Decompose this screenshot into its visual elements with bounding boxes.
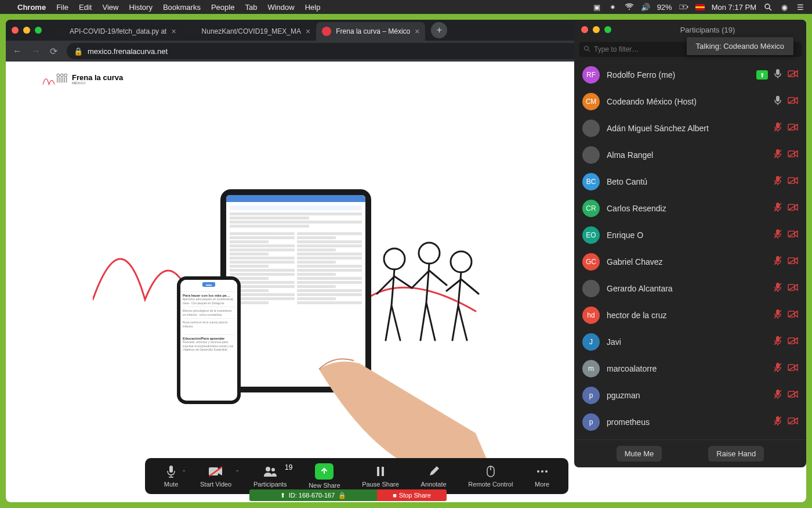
zoom-new-share-button[interactable]: New Share	[309, 463, 340, 489]
participant-row[interactable]: GCGabriel Chavez	[574, 248, 806, 275]
spotlight-icon[interactable]	[763, 3, 773, 11]
participant-row[interactable]: Adán Miguel Sánchez Albert	[574, 115, 806, 142]
share-screen-icon	[315, 463, 334, 480]
stop-share-button[interactable]: ■ Stop Share	[377, 489, 447, 501]
participant-row[interactable]: BCBeto Cantú	[574, 168, 806, 195]
mic-off-icon[interactable]	[774, 282, 782, 295]
tab-close-icon[interactable]: ×	[306, 27, 310, 36]
participant-row[interactable]: mmarcoalatorre	[574, 355, 806, 382]
people-illustration	[360, 236, 487, 363]
browser-tab-active[interactable]: Frena la curva – México ×	[316, 22, 425, 41]
mute-me-button[interactable]: Mute Me	[617, 446, 662, 462]
mic-off-icon[interactable]	[774, 175, 782, 188]
window-minimize-button[interactable]	[23, 27, 30, 34]
mic-off-icon[interactable]	[774, 255, 782, 268]
mic-off-icon[interactable]	[774, 336, 782, 348]
camera-off-icon[interactable]	[788, 203, 798, 214]
siri-icon[interactable]: ◉	[780, 3, 789, 12]
browser-tab[interactable]: API-COVID-19/fetch_data.py at ×	[50, 22, 182, 41]
chevron-up-icon[interactable]: ⌃	[235, 469, 240, 475]
camera-off-icon[interactable]	[788, 417, 798, 427]
browser-tab[interactable]: NunezKant/COVID19_MEX_MA ×	[182, 22, 317, 41]
meeting-id-bar[interactable]: ⬆ ID: 168-670-167 🔒	[249, 489, 377, 501]
mic-off-icon[interactable]	[774, 362, 782, 375]
mic-off-icon[interactable]	[774, 229, 782, 242]
tab-close-icon[interactable]: ×	[415, 27, 419, 36]
camera-off-icon[interactable]	[788, 363, 798, 374]
input-flag-icon[interactable]	[695, 4, 705, 10]
raise-hand-button[interactable]: Raise Hand	[708, 446, 764, 462]
participant-row[interactable]: hdhector de la cruz	[574, 302, 806, 329]
camera-off-icon[interactable]	[788, 70, 798, 80]
menu-bookmarks[interactable]: Bookmarks	[163, 3, 201, 12]
site-logo[interactable]: Frena la curva MÉXICO	[41, 70, 123, 88]
participant-row[interactable]: ppguzman	[574, 382, 806, 409]
menu-view[interactable]: View	[102, 3, 118, 12]
notification-center-icon[interactable]: ☰	[796, 3, 805, 12]
reload-button[interactable]: ⟳	[50, 46, 57, 57]
camera-off-icon[interactable]	[788, 123, 798, 134]
menu-edit[interactable]: Edit	[79, 3, 92, 12]
mic-off-icon[interactable]	[774, 416, 782, 428]
camera-off-icon[interactable]	[788, 283, 798, 294]
zoom-mute-button[interactable]: ⌃ Mute	[164, 464, 178, 488]
mic-off-icon[interactable]	[774, 202, 782, 215]
panel-close-button[interactable]	[581, 26, 588, 33]
mic-off-icon[interactable]	[774, 389, 782, 402]
zoom-participants-button[interactable]: 19 Participants	[253, 464, 287, 488]
mic-off-icon[interactable]	[774, 309, 782, 322]
zoom-annotate-button[interactable]: Annotate	[421, 464, 447, 488]
forward-button[interactable]: →	[31, 46, 41, 56]
zoom-pause-share-button[interactable]: Pause Share	[362, 464, 399, 488]
svg-point-0	[629, 9, 630, 10]
new-tab-button[interactable]: +	[431, 22, 447, 38]
camera-off-icon[interactable]	[788, 257, 798, 267]
window-close-button[interactable]	[12, 27, 19, 34]
menu-file[interactable]: File	[56, 3, 68, 12]
mic-off-icon[interactable]	[774, 149, 782, 161]
panel-maximize-button[interactable]	[604, 26, 611, 33]
menu-history[interactable]: History	[129, 3, 152, 12]
camera-off-icon[interactable]	[788, 150, 798, 160]
wifi-icon[interactable]	[625, 3, 634, 10]
camera-off-icon[interactable]	[788, 230, 798, 240]
avatar: RF	[582, 66, 600, 84]
participant-row[interactable]: CMCodeando México (Host)	[574, 88, 806, 115]
pause-icon	[376, 464, 385, 478]
mic-on-icon[interactable]	[774, 69, 782, 81]
participant-row[interactable]: RFRodolfo Ferro (me)⬆	[574, 62, 806, 88]
camera-off-icon[interactable]	[788, 310, 798, 320]
panel-minimize-button[interactable]	[593, 26, 600, 33]
participant-row[interactable]: CRCarlos Resendiz	[574, 195, 806, 222]
zoom-more-button[interactable]: More	[535, 464, 549, 488]
participant-row[interactable]: Alma Rangel	[574, 142, 806, 168]
participant-row[interactable]: pprometheus	[574, 409, 806, 435]
zoom-video-button[interactable]: ⌃ Start Video	[200, 464, 231, 488]
bluetooth-icon[interactable]: ⁕	[608, 3, 618, 12]
camera-off-icon[interactable]	[788, 390, 798, 401]
menu-window[interactable]: Window	[267, 3, 294, 12]
menubar-app-name[interactable]: Chrome	[17, 3, 46, 12]
battery-icon[interactable]	[679, 3, 688, 10]
camera-off-icon[interactable]	[788, 176, 798, 187]
menubar-clock[interactable]: Mon 7:17 PM	[712, 3, 756, 12]
zoom-statusbar-icon[interactable]: ▣	[592, 3, 601, 12]
volume-icon[interactable]: 🔊	[641, 3, 650, 12]
camera-off-icon[interactable]	[788, 96, 798, 107]
menu-help[interactable]: Help	[305, 3, 321, 12]
chevron-up-icon[interactable]: ⌃	[182, 469, 186, 475]
menu-tab[interactable]: Tab	[245, 3, 257, 12]
participant-row[interactable]: JJavi	[574, 329, 806, 355]
mic-off-icon[interactable]	[774, 122, 782, 135]
mic-on-icon[interactable]	[774, 95, 782, 108]
logo-text: Frena la curva	[72, 74, 123, 81]
zoom-remote-control-button[interactable]: Remote Control	[468, 464, 513, 488]
tab-close-icon[interactable]: ×	[171, 27, 176, 36]
back-button[interactable]: ←	[13, 46, 22, 56]
participant-row[interactable]: Gerardo Alcantara	[574, 275, 806, 302]
participant-row[interactable]: EOEnrique O	[574, 222, 806, 248]
camera-off-icon[interactable]	[788, 337, 798, 347]
window-maximize-button[interactable]	[35, 27, 42, 34]
participants-list[interactable]: RFRodolfo Ferro (me)⬆CMCodeando México (…	[574, 59, 806, 439]
menu-people[interactable]: People	[211, 3, 234, 12]
